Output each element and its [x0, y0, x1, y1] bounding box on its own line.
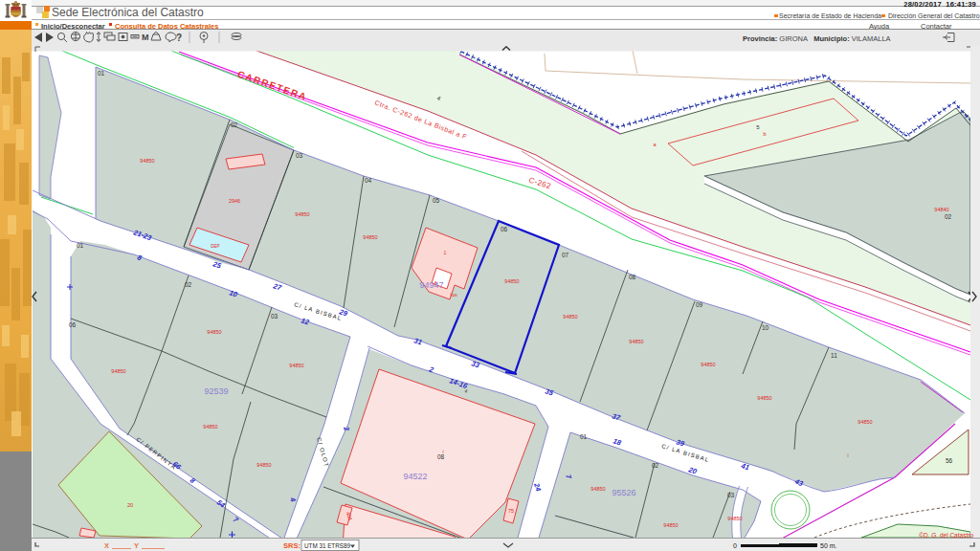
svg-text:i: i [847, 452, 848, 458]
svg-text:SRS:: SRS: [283, 541, 301, 550]
svg-text:M: M [142, 33, 149, 42]
svg-text:05: 05 [433, 197, 440, 204]
svg-text:02: 02 [231, 121, 238, 128]
svg-text:94850: 94850 [111, 368, 125, 374]
svg-text:75: 75 [508, 508, 514, 514]
svg-text:02: 02 [945, 213, 952, 220]
svg-text:©D. G. del Catastro: ©D. G. del Catastro [919, 532, 973, 539]
svg-text:01: 01 [98, 70, 105, 77]
svg-text:94850: 94850 [140, 158, 154, 164]
svg-text:UTM 31 ETRS89: UTM 31 ETRS89 [304, 542, 350, 549]
svg-text:DEP: DEP [211, 244, 219, 249]
svg-text:94840: 94840 [934, 207, 948, 212]
svg-text:94850: 94850 [289, 363, 303, 368]
svg-text:11: 11 [831, 352, 837, 359]
svg-text:2946: 2946 [229, 198, 240, 204]
svg-text:kos: kos [450, 293, 457, 298]
svg-text:94947: 94947 [419, 280, 443, 290]
svg-text:08: 08 [629, 274, 636, 280]
svg-text:94850: 94850 [727, 516, 742, 521]
svg-text:94850: 94850 [256, 462, 271, 468]
svg-text:1: 1 [444, 250, 447, 255]
svg-text:08: 08 [437, 453, 445, 460]
svg-text:94850: 94850 [858, 419, 872, 425]
svg-text:09: 09 [696, 301, 703, 308]
svg-text:94850: 94850 [207, 329, 221, 335]
svg-text:01: 01 [580, 433, 588, 440]
svg-text:02: 02 [652, 462, 659, 469]
svg-text:01: 01 [77, 242, 84, 249]
svg-text:03: 03 [296, 152, 303, 159]
svg-text:94850: 94850 [363, 234, 377, 240]
svg-text:94850: 94850 [203, 424, 217, 430]
svg-text:03: 03 [271, 313, 278, 320]
svg-text:06: 06 [69, 321, 77, 328]
svg-text:X: X [104, 541, 109, 550]
svg-text:20: 20 [127, 502, 133, 508]
svg-text:?: ? [176, 33, 182, 43]
svg-text:50 m.: 50 m. [820, 542, 837, 549]
svg-text:92539: 92539 [204, 386, 228, 396]
svg-text:94850: 94850 [663, 522, 678, 528]
svg-text:Y: Y [134, 541, 139, 550]
svg-text:94850: 94850 [563, 314, 577, 320]
svg-text:02: 02 [185, 281, 192, 288]
svg-text:94850: 94850 [295, 211, 309, 217]
svg-text:04: 04 [365, 177, 372, 184]
svg-text:56: 56 [946, 457, 953, 464]
svg-text:10: 10 [762, 324, 769, 331]
svg-text:94522: 94522 [403, 472, 427, 481]
svg-text:03: 03 [727, 492, 735, 498]
svg-text:94850: 94850 [757, 395, 771, 401]
svg-text:0: 0 [733, 542, 737, 549]
svg-text:06: 06 [501, 226, 508, 232]
svg-text:07: 07 [562, 252, 569, 258]
svg-text:94850: 94850 [701, 362, 715, 367]
svg-text:b: b [763, 131, 766, 137]
svg-text:94850: 94850 [504, 278, 519, 284]
svg-text:95526: 95526 [612, 488, 635, 497]
svg-text:94850: 94850 [590, 486, 605, 492]
svg-text:94850: 94850 [629, 339, 643, 344]
